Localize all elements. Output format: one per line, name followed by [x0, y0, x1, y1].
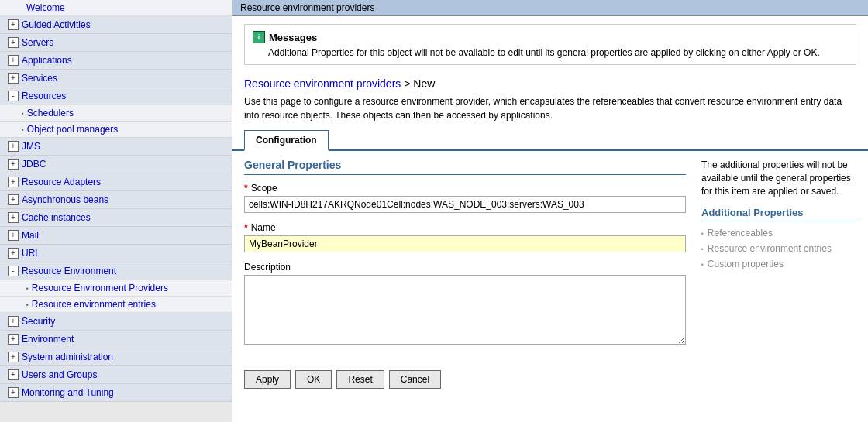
description-textarea[interactable]: [244, 275, 686, 345]
bullet-custom-props: ▪: [701, 261, 704, 268]
tab-configuration[interactable]: Configuration: [244, 130, 329, 151]
page-title-bar: Resource environment providers > New: [232, 73, 868, 94]
custom-properties-label: Custom properties: [708, 259, 784, 269]
cancel-button[interactable]: Cancel: [389, 370, 441, 389]
scope-label-text: Scope: [251, 183, 277, 194]
referenceables-label: Referenceables: [708, 228, 773, 238]
expand-icon-res-env: -: [8, 266, 19, 276]
expand-icon-security: +: [8, 316, 19, 327]
sidebar-item-async-beans[interactable]: + Asynchronous beans: [0, 191, 232, 209]
mail-label: Mail: [22, 230, 39, 241]
expand-icon-sys-admin: +: [8, 352, 19, 362]
sidebar-item-url[interactable]: + URL: [0, 245, 232, 262]
scope-input[interactable]: [244, 196, 686, 213]
expand-icon-services: +: [8, 73, 19, 84]
sidebar-item-res-env-providers[interactable]: ▪ Resource Environment Providers: [0, 280, 232, 297]
monitoring-label: Monitoring and Tuning: [22, 387, 114, 398]
apply-button[interactable]: Apply: [244, 370, 291, 389]
sidebar-item-users-groups[interactable]: + Users and Groups: [0, 366, 232, 384]
page-title-suffix: > New: [404, 77, 435, 90]
sidebar-item-servers[interactable]: + Servers: [0, 34, 232, 52]
bullet-object-pool: ▪: [22, 126, 24, 133]
expand-icon-mail: +: [8, 230, 19, 241]
res-env-entries-label: Resource environment entries: [32, 299, 156, 310]
tab-bar: Configuration: [232, 130, 868, 151]
users-groups-label: Users and Groups: [22, 369, 97, 380]
sidebar-item-object-pool[interactable]: ▪ Object pool managers: [0, 122, 232, 138]
jms-label: JMS: [22, 141, 40, 152]
messages-content: Additional Properties for this object wi…: [253, 47, 848, 58]
servers-label: Servers: [22, 37, 53, 48]
description-label: Description: [244, 262, 686, 273]
sidebar-item-applications[interactable]: + Applications: [0, 52, 232, 70]
expand-icon-cache: +: [8, 212, 19, 223]
sidebar-item-jdbc[interactable]: + JDBC: [0, 156, 232, 173]
jdbc-label: JDBC: [22, 159, 46, 170]
applications-label: Applications: [22, 55, 72, 66]
sys-admin-label: System administration: [22, 352, 113, 362]
expand-icon-async: +: [8, 194, 19, 205]
name-label-text: Name: [251, 222, 276, 233]
resource-adapters-label: Resource Adapters: [22, 177, 101, 187]
name-input[interactable]: [244, 235, 686, 252]
sidebar-item-schedulers[interactable]: ▪ Schedulers: [0, 105, 232, 122]
sidebar-item-resource-environment[interactable]: - Resource Environment: [0, 262, 232, 280]
sidebar-item-res-env-entries[interactable]: ▪ Resource environment entries: [0, 297, 232, 313]
additional-properties-title: Additional Properties: [701, 207, 856, 221]
async-beans-label: Asynchronous beans: [22, 194, 108, 205]
description-label-text: Description: [244, 262, 291, 273]
button-bar: Apply OK Reset Cancel: [232, 364, 868, 396]
scope-label: * Scope: [244, 183, 686, 194]
messages-box: i Messages Additional Properties for thi…: [244, 24, 856, 65]
expand-icon-resource-adapters: +: [8, 177, 19, 187]
bullet-referenceables: ▪: [701, 230, 704, 237]
reset-button[interactable]: Reset: [336, 370, 384, 389]
sidebar-item-resources[interactable]: - Resources: [0, 87, 232, 105]
breadcrumb-link[interactable]: Resource environment providers: [244, 77, 401, 90]
bullet-res-env-prov: ▪: [26, 285, 29, 292]
guided-activities-label: Guided Activities: [22, 19, 91, 30]
expand-icon-jdbc: +: [8, 159, 19, 170]
expand-icon-environment: +: [8, 334, 19, 345]
sidebar-item-monitoring[interactable]: + Monitoring and Tuning: [0, 384, 232, 402]
res-env-providers-label: Resource Environment Providers: [32, 283, 168, 293]
messages-heading: Messages: [269, 32, 317, 43]
scope-field-group: * Scope: [244, 183, 686, 213]
page-description: Use this page to configure a resource en…: [232, 94, 868, 130]
expand-icon-jms: +: [8, 141, 19, 152]
left-panel: General Properties * Scope * Name: [244, 159, 686, 356]
expand-icon-monitoring: +: [8, 387, 19, 398]
required-star-name: *: [244, 222, 248, 233]
prop-resource-env-entries: ▪ Resource environment entries: [701, 243, 856, 254]
breadcrumb: Resource environment providers: [232, 0, 868, 16]
schedulers-label: Schedulers: [27, 108, 74, 118]
sidebar-item-environment[interactable]: + Environment: [0, 331, 232, 348]
sidebar-item-sys-admin[interactable]: + System administration: [0, 348, 232, 366]
expand-icon-applications: +: [8, 55, 19, 66]
sidebar-item-guided-activities[interactable]: + Guided Activities: [0, 16, 232, 34]
sidebar: Welcome + Guided Activities + Servers + …: [0, 0, 232, 422]
expand-icon-users: +: [8, 369, 19, 380]
sidebar-item-security[interactable]: + Security: [0, 313, 232, 331]
sidebar-item-jms[interactable]: + JMS: [0, 138, 232, 156]
services-label: Services: [22, 73, 57, 84]
bullet-schedulers: ▪: [22, 110, 24, 117]
url-label: URL: [22, 248, 40, 259]
expand-icon-guided: +: [8, 19, 19, 30]
sidebar-item-resource-adapters[interactable]: + Resource Adapters: [0, 173, 232, 191]
sidebar-item-services[interactable]: + Services: [0, 70, 232, 87]
environment-label: Environment: [22, 334, 74, 345]
required-star-scope: *: [244, 183, 248, 194]
sidebar-item-welcome[interactable]: Welcome: [0, 0, 232, 16]
sidebar-item-mail[interactable]: + Mail: [0, 227, 232, 245]
main-content: Resource environment providers i Message…: [232, 0, 868, 422]
description-field-group: Description: [244, 262, 686, 347]
ok-button[interactable]: OK: [295, 370, 332, 389]
sidebar-item-cache[interactable]: + Cache instances: [0, 209, 232, 227]
name-field-group: * Name: [244, 222, 686, 252]
welcome-label: Welcome: [26, 2, 65, 13]
resource-env-entries-prop-label: Resource environment entries: [708, 243, 832, 254]
messages-icon: i: [253, 31, 265, 43]
expand-icon-servers: +: [8, 37, 19, 48]
right-note: The additional properties will not be av…: [701, 159, 856, 197]
